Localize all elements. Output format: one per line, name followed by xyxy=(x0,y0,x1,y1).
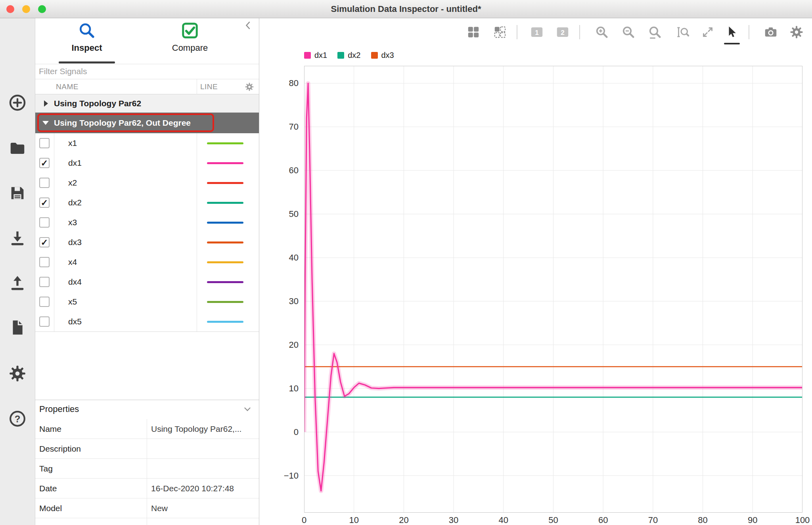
x-tick-label: 70 xyxy=(641,515,665,525)
run-group-label: Using Topology Par62, Out Degree xyxy=(54,118,191,128)
collapse-panel-button[interactable] xyxy=(242,20,254,32)
signal-line-sample[interactable] xyxy=(207,142,243,144)
data-cursor-2-button[interactable]: 2 xyxy=(555,24,571,40)
signal-checkbox[interactable] xyxy=(39,217,50,228)
open-session-button[interactable] xyxy=(8,139,27,157)
signal-line-sample[interactable] xyxy=(207,202,243,204)
run-group-label: Using Topology Par62 xyxy=(54,99,141,108)
properties-rows: Name Using Topology Par62,... Descriptio… xyxy=(35,419,259,525)
signal-line-sample[interactable] xyxy=(207,182,243,184)
signal-row[interactable]: dx5 xyxy=(35,312,259,331)
signal-line-sample[interactable] xyxy=(207,321,243,323)
run-group-row-selected[interactable]: Using Topology Par62, Out Degree xyxy=(35,113,259,133)
signal-row[interactable]: dx3 xyxy=(35,232,259,252)
signal-name: dx4 xyxy=(68,277,82,287)
zoom-out-button[interactable] xyxy=(620,24,636,40)
preferences-button[interactable] xyxy=(8,364,27,383)
signal-name: dx5 xyxy=(68,317,82,326)
layout-grid-button[interactable] xyxy=(465,24,481,40)
save-session-button[interactable] xyxy=(8,184,27,202)
plot-canvas[interactable] xyxy=(304,66,802,513)
custom-layout-button[interactable] xyxy=(492,24,508,40)
table-options-button[interactable] xyxy=(245,82,254,92)
selected-tool-indicator xyxy=(724,43,740,44)
signal-line-sample[interactable] xyxy=(207,162,243,164)
legend-swatch xyxy=(337,52,344,59)
property-row: Date 16-Dec-2020 10:27:48 xyxy=(35,479,259,498)
signal-checkbox[interactable] xyxy=(39,277,50,287)
plot-chart[interactable] xyxy=(304,66,802,513)
signal-line-sample[interactable] xyxy=(207,301,243,303)
signal-line-sample[interactable] xyxy=(207,261,243,263)
signal-checkbox[interactable] xyxy=(39,316,50,327)
signal-line-sample[interactable] xyxy=(207,222,243,224)
signal-line-sample[interactable] xyxy=(207,281,243,283)
close-button[interactable] xyxy=(6,5,14,13)
signal-list: x1 dx1 x2 dx2 x3 dx3 x4 dx4 x5 dx5 xyxy=(35,133,259,331)
property-value[interactable]: New xyxy=(151,504,168,513)
properties-header[interactable]: Properties xyxy=(35,400,259,419)
legend-item: dx1 xyxy=(304,51,327,60)
legend-item: dx2 xyxy=(337,51,360,60)
signal-row[interactable]: x3 xyxy=(35,213,259,232)
snapshot-button[interactable] xyxy=(763,24,779,40)
tab-inspect[interactable]: Inspect xyxy=(49,21,124,53)
signal-checkbox[interactable] xyxy=(39,158,50,168)
zoom-x-button[interactable] xyxy=(647,24,663,40)
help-icon: ? xyxy=(8,410,27,428)
import-button[interactable] xyxy=(8,229,27,247)
signal-checkbox[interactable] xyxy=(39,178,50,188)
minimize-button[interactable] xyxy=(22,5,30,13)
signal-checkbox[interactable] xyxy=(39,257,50,267)
collapsed-triangle-icon[interactable] xyxy=(44,100,48,107)
svg-text:1: 1 xyxy=(535,29,539,36)
save-icon xyxy=(8,184,27,202)
signal-checkbox[interactable] xyxy=(39,197,50,208)
signal-line-sample[interactable] xyxy=(207,241,243,243)
document-icon xyxy=(8,318,27,337)
side-panel: Inspect Compare NAME LINE xyxy=(35,18,259,525)
zoom-time-icon xyxy=(676,25,690,39)
property-value[interactable]: Using Topology Par62,... xyxy=(151,424,241,434)
x-tick-label: 100 xyxy=(791,515,812,525)
expanded-triangle-icon[interactable] xyxy=(42,121,49,125)
plot-settings-button[interactable] xyxy=(789,24,804,40)
signal-row[interactable]: x2 xyxy=(35,173,259,193)
zoom-out-icon xyxy=(621,25,636,39)
y-tick-label: 50 xyxy=(267,209,299,220)
property-label: Simulation Mode xyxy=(39,523,101,525)
pointer-mode-button[interactable] xyxy=(724,24,740,40)
signal-checkbox[interactable] xyxy=(39,237,50,247)
zoom-time-button[interactable] xyxy=(675,24,691,40)
app-window: Simulation Data Inspector - untitled* xyxy=(0,0,812,525)
signal-row[interactable]: dx2 xyxy=(35,193,259,213)
signal-checkbox[interactable] xyxy=(39,138,50,148)
property-value[interactable]: 16-Dec-2020 10:27:48 xyxy=(151,484,234,493)
import-arrow-icon xyxy=(8,229,27,247)
filter-signals-input[interactable] xyxy=(35,64,202,79)
run-group-row[interactable]: Using Topology Par62 xyxy=(35,94,259,113)
signal-row[interactable]: dx1 xyxy=(35,153,259,173)
signal-row[interactable]: x4 xyxy=(35,252,259,272)
export-button[interactable] xyxy=(8,274,27,292)
signal-row[interactable]: x1 xyxy=(35,133,259,153)
help-button[interactable]: ? xyxy=(8,410,27,428)
svg-text:2: 2 xyxy=(561,29,565,36)
maximize-button[interactable] xyxy=(38,5,46,13)
active-tab-indicator xyxy=(59,61,115,63)
add-button[interactable] xyxy=(8,94,27,112)
chevron-down-icon[interactable] xyxy=(242,404,253,414)
x-tick-label: 0 xyxy=(292,515,316,525)
create-report-button[interactable] xyxy=(8,318,27,337)
signal-row[interactable]: dx4 xyxy=(35,272,259,292)
x-tick-label: 20 xyxy=(392,515,416,525)
legend-label: dx1 xyxy=(314,51,327,60)
fit-to-view-button[interactable] xyxy=(700,24,716,40)
tab-compare[interactable]: Compare xyxy=(152,21,228,53)
data-cursor-1-button[interactable]: 1 xyxy=(529,24,545,40)
tab-compare-label: Compare xyxy=(152,43,228,53)
signal-checkbox[interactable] xyxy=(39,297,50,307)
signal-row[interactable]: x5 xyxy=(35,292,259,312)
y-tick-label: 40 xyxy=(267,252,299,263)
zoom-in-button[interactable] xyxy=(594,24,610,40)
